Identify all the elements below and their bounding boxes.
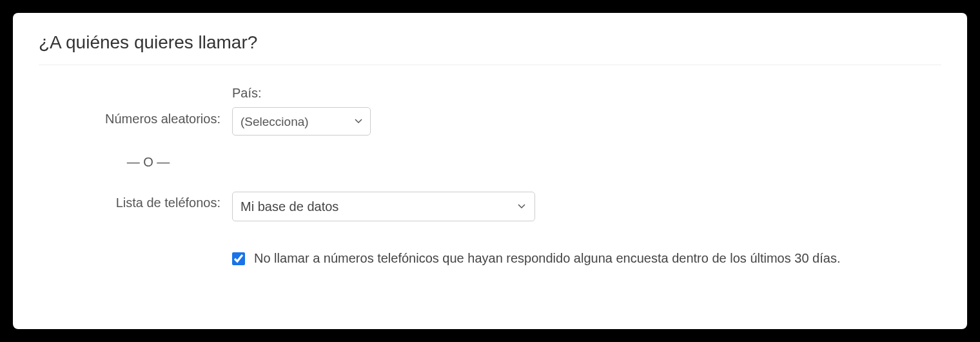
country-select[interactable]: (Selecciona) [232, 107, 371, 136]
form-card: ¿A quiénes quieres llamar? Números aleat… [13, 13, 967, 329]
random-numbers-field: País: (Selecciona) [232, 86, 941, 136]
do-not-call-checkbox[interactable] [232, 252, 245, 265]
phone-list-field: Mi base de datos [232, 192, 941, 221]
country-label: País: [232, 86, 941, 101]
or-separator: — O — [39, 155, 232, 170]
page-title: ¿A quiénes quieres llamar? [39, 32, 941, 65]
random-numbers-label: Números aleatorios: [39, 86, 232, 126]
or-separator-row: — O — [39, 155, 941, 170]
phone-list-select[interactable]: Mi base de datos [232, 192, 535, 221]
do-not-call-row: No llamar a números telefónicos que haya… [39, 251, 941, 266]
phone-list-row: Lista de teléfonos: Mi base de datos [39, 192, 941, 221]
random-numbers-row: Números aleatorios: País: (Selecciona) [39, 86, 941, 136]
do-not-call-label[interactable]: No llamar a números telefónicos que haya… [254, 251, 840, 266]
phone-list-label: Lista de teléfonos: [39, 192, 232, 210]
